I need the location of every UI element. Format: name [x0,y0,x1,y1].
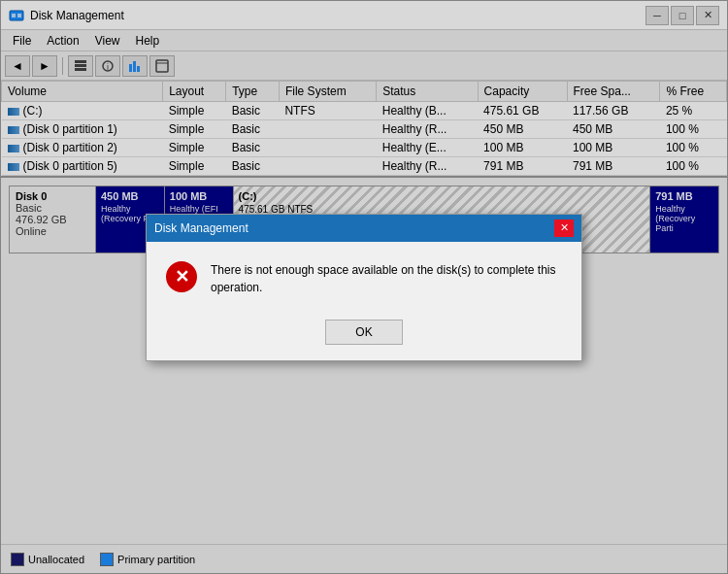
modal-message: There is not enough space available on t… [211,261,562,296]
modal-close-button[interactable]: ✕ [554,219,574,237]
modal-title: Disk Management [154,221,248,235]
error-modal: Disk Management ✕ ✕ There is not enough … [146,214,582,361]
error-icon: ✕ [166,261,197,292]
modal-ok-button[interactable]: OK [325,320,403,345]
modal-title-bar: Disk Management ✕ [147,215,581,242]
modal-overlay: Disk Management ✕ ✕ There is not enough … [0,0,728,574]
modal-footer: OK [147,312,581,360]
modal-body: ✕ There is not enough space available on… [147,242,581,312]
